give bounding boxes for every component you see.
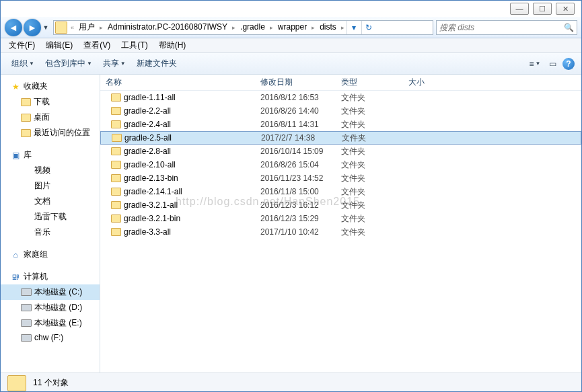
file-type: 文件夹 xyxy=(336,186,403,198)
file-date: 2016/8/26 14:40 xyxy=(255,106,336,116)
file-row[interactable]: gradle-2.10-all2016/8/26 15:04文件夹 xyxy=(100,158,581,171)
file-row[interactable]: gradle-3.2.1-bin2016/12/3 15:29文件夹 xyxy=(100,212,581,225)
drive-icon xyxy=(21,304,32,311)
folder-icon xyxy=(7,375,26,391)
file-date: 2016/8/11 14:31 xyxy=(255,120,336,129)
tree-item[interactable]: 视频 xyxy=(1,163,100,178)
include-library-button[interactable]: 包含到库中▼ xyxy=(40,55,98,72)
tree-item-label: 迅雷下载 xyxy=(34,211,67,223)
menu-item[interactable]: 帮助(H) xyxy=(153,38,192,52)
file-name: gradle-2.2-all xyxy=(124,106,171,116)
history-dropdown[interactable]: ▼ xyxy=(41,19,50,36)
file-list[interactable]: gradle-1.11-all2016/8/12 16:53文件夹gradle-… xyxy=(100,91,581,373)
file-type: 文件夹 xyxy=(336,106,403,117)
breadcrumb-item[interactable]: Administrator.PC-20160807IWSY xyxy=(105,22,230,32)
tree-item[interactable]: 桌面 xyxy=(1,110,100,125)
search-icon[interactable]: 🔍 xyxy=(564,23,574,32)
maximize-button[interactable]: ☐ xyxy=(533,3,552,15)
menu-item[interactable]: 编辑(E) xyxy=(40,38,78,52)
tree-computer[interactable]: 🖳计算机 xyxy=(1,269,100,284)
file-row[interactable]: gradle-1.11-all2016/8/12 16:53文件夹 xyxy=(100,91,581,104)
close-button[interactable]: ✕ xyxy=(556,3,575,15)
tree-item[interactable]: 最近访问的位置 xyxy=(1,125,100,141)
drive-icon xyxy=(21,334,32,342)
tree-item-label: 下载 xyxy=(34,96,50,108)
search-box[interactable]: 🔍 xyxy=(436,20,577,35)
minimize-button[interactable]: — xyxy=(510,3,529,15)
file-row[interactable]: gradle-2.4-all2016/8/11 14:31文件夹 xyxy=(100,118,581,131)
col-size[interactable]: 大小 xyxy=(403,75,457,90)
file-name: gradle-3.3-all xyxy=(124,227,171,237)
col-date[interactable]: 修改日期 xyxy=(255,75,336,90)
nav-tree: ★收藏夹 下载桌面最近访问的位置 ▣库 视频图片文档迅雷下载音乐 ⌂家庭组 🖳计… xyxy=(1,75,100,373)
tree-homegroup[interactable]: ⌂家庭组 xyxy=(1,247,100,262)
back-button[interactable]: ◄ xyxy=(5,19,22,36)
breadcrumb-item[interactable]: 用户 xyxy=(76,22,98,32)
chevron-icon: ▸ xyxy=(268,24,275,31)
help-button[interactable]: ? xyxy=(562,58,575,70)
col-name[interactable]: 名称 xyxy=(100,75,255,90)
file-type: 文件夹 xyxy=(336,92,403,104)
menu-item[interactable]: 文件(F) xyxy=(3,38,40,52)
breadcrumb-item[interactable]: wrapper xyxy=(275,22,310,32)
folder-icon xyxy=(21,114,31,122)
chevron-icon: ▸ xyxy=(98,24,105,31)
file-row[interactable]: gradle-3.2.1-all2016/12/3 16:12文件夹 xyxy=(100,198,581,212)
folder-icon xyxy=(55,22,67,34)
tree-item[interactable]: 文档 xyxy=(1,194,100,209)
drive-icon xyxy=(21,288,32,296)
tree-item[interactable]: 本地磁盘 (D:) xyxy=(1,300,100,315)
file-row[interactable]: gradle-2.8-all2016/10/14 15:09文件夹 xyxy=(100,145,581,158)
folder-icon xyxy=(111,188,121,196)
tree-item[interactable]: 迅雷下载 xyxy=(1,209,100,225)
tree-item[interactable]: 本地磁盘 (E:) xyxy=(1,315,100,331)
file-row[interactable]: gradle-2.14.1-all2016/11/8 15:00文件夹 xyxy=(100,185,581,198)
path-dropdown[interactable]: ▾ xyxy=(347,21,361,34)
file-type: 文件夹 xyxy=(336,173,403,184)
tree-item-label: 本地磁盘 (D:) xyxy=(34,302,82,313)
tree-item[interactable]: 音乐 xyxy=(1,225,100,240)
breadcrumb-item[interactable]: .gradle xyxy=(238,22,268,32)
file-date: 2016/12/3 15:29 xyxy=(255,214,336,223)
tree-item[interactable]: 图片 xyxy=(1,178,100,194)
nav-bar: ◄ ► ▼ « 用户▸Administrator.PC-20160807IWSY… xyxy=(1,17,581,38)
tree-item[interactable]: chw (F:) xyxy=(1,331,100,344)
file-row[interactable]: gradle-2.5-all2017/2/7 14:38文件夹 xyxy=(100,131,581,145)
chevron-icon: « xyxy=(69,24,76,31)
file-row[interactable]: gradle-2.13-bin2016/11/23 14:52文件夹 xyxy=(100,171,581,185)
tree-item[interactable]: 下载 xyxy=(1,94,100,110)
file-row[interactable]: gradle-3.3-all2017/1/10 10:42文件夹 xyxy=(100,225,581,239)
organize-button[interactable]: 组织▼ xyxy=(6,55,40,72)
file-name: gradle-3.2.1-bin xyxy=(124,214,180,223)
breadcrumb-item[interactable]: dists xyxy=(317,22,339,32)
file-date: 2016/8/26 15:04 xyxy=(255,160,336,169)
menu-item[interactable]: 查看(V) xyxy=(78,38,116,52)
file-date: 2016/8/12 16:53 xyxy=(255,93,336,102)
share-button[interactable]: 共享▼ xyxy=(98,55,131,72)
menu-item[interactable]: 工具(T) xyxy=(116,38,153,52)
tree-favorites[interactable]: ★收藏夹 xyxy=(1,79,100,94)
file-name: gradle-2.8-all xyxy=(124,147,171,156)
preview-pane-button[interactable]: ▭ xyxy=(545,56,560,71)
search-input[interactable] xyxy=(439,23,564,32)
file-row[interactable]: gradle-2.2-all2016/8/26 14:40文件夹 xyxy=(100,104,581,118)
tree-item[interactable]: 本地磁盘 (C:) xyxy=(1,284,100,300)
refresh-button[interactable]: ↻ xyxy=(361,21,376,34)
file-type: 文件夹 xyxy=(336,159,403,171)
view-mode-button[interactable]: ≡▼ xyxy=(528,56,542,71)
file-date: 2016/11/8 15:00 xyxy=(255,187,336,196)
main-area: ★收藏夹 下载桌面最近访问的位置 ▣库 视频图片文档迅雷下载音乐 ⌂家庭组 🖳计… xyxy=(1,75,581,373)
breadcrumb[interactable]: « 用户▸Administrator.PC-20160807IWSY▸.grad… xyxy=(53,20,433,35)
tree-item-label: 文档 xyxy=(34,196,50,207)
folder-icon xyxy=(21,98,31,106)
tree-libraries[interactable]: ▣库 xyxy=(1,147,100,163)
col-type[interactable]: 类型 xyxy=(336,75,403,90)
folder-icon xyxy=(112,134,122,142)
tree-item-label: 本地磁盘 (E:) xyxy=(34,317,82,329)
forward-button[interactable]: ► xyxy=(24,19,41,36)
chevron-icon: ▸ xyxy=(310,24,317,31)
new-folder-button[interactable]: 新建文件夹 xyxy=(131,55,182,72)
folder-icon xyxy=(111,93,121,102)
file-pane: 名称 修改日期 类型 大小 gradle-1.11-all2016/8/12 1… xyxy=(100,75,581,373)
tree-item-label: 最近访问的位置 xyxy=(34,127,90,139)
